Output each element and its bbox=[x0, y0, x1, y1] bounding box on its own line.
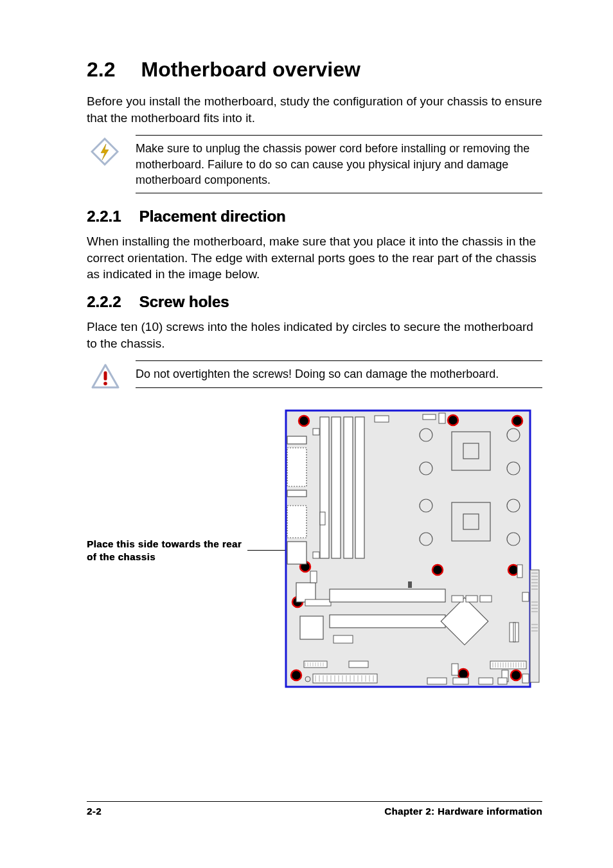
svg-rect-35 bbox=[320, 417, 329, 558]
svg-rect-61 bbox=[330, 615, 445, 628]
svg-rect-62 bbox=[408, 581, 412, 588]
svg-rect-59 bbox=[305, 599, 331, 606]
sub2-title: Screw holes bbox=[139, 293, 229, 310]
icon-column bbox=[91, 360, 136, 390]
svg-rect-99 bbox=[427, 678, 447, 684]
svg-rect-58 bbox=[517, 565, 522, 578]
svg-point-20 bbox=[512, 416, 522, 426]
caution-callout: Do not overtighten the screws! Doing so … bbox=[87, 360, 542, 390]
svg-point-27 bbox=[511, 670, 521, 680]
sub2-number: 2.2.2 bbox=[87, 293, 121, 311]
svg-rect-42 bbox=[439, 413, 445, 423]
svg-rect-39 bbox=[313, 429, 319, 435]
svg-rect-4 bbox=[530, 570, 539, 682]
svg-rect-30 bbox=[287, 490, 306, 497]
svg-rect-118 bbox=[498, 678, 507, 684]
svg-rect-41 bbox=[423, 414, 436, 420]
caution-icon bbox=[91, 363, 120, 390]
page-footer: 2-2 Chapter 2: Hardware information bbox=[87, 801, 542, 817]
chapter-label: Chapter 2: Hardware information bbox=[384, 806, 542, 817]
svg-rect-64 bbox=[452, 596, 463, 602]
section-title-text: Motherboard overview bbox=[141, 58, 360, 81]
svg-rect-69 bbox=[513, 623, 515, 642]
lightning-icon bbox=[91, 137, 119, 166]
intro-paragraph: Before you install the motherboard, stud… bbox=[87, 93, 542, 126]
svg-rect-36 bbox=[332, 417, 341, 558]
subsection-heading-1: 2.2.1Placement direction bbox=[87, 208, 542, 226]
svg-rect-81 bbox=[313, 674, 377, 683]
power-warning-text: Make sure to unplug the chassis power co… bbox=[136, 135, 542, 193]
icon-column bbox=[91, 135, 136, 166]
svg-rect-38 bbox=[355, 417, 364, 558]
svg-rect-56 bbox=[313, 552, 319, 558]
motherboard-diagram-area: Place this side towards the rear of the … bbox=[87, 409, 542, 691]
svg-rect-34 bbox=[300, 616, 323, 639]
svg-rect-29 bbox=[287, 448, 306, 486]
svg-rect-32 bbox=[287, 542, 306, 564]
sub1-body: When installing the motherboard, make su… bbox=[87, 233, 542, 283]
svg-point-22 bbox=[432, 565, 443, 575]
sub2-body: Place ten (10) screws into the holes ind… bbox=[87, 319, 542, 351]
svg-point-2 bbox=[103, 382, 107, 386]
svg-rect-100 bbox=[452, 664, 458, 675]
svg-rect-67 bbox=[522, 592, 529, 601]
power-warning-callout: Make sure to unplug the chassis power co… bbox=[87, 135, 542, 193]
svg-rect-66 bbox=[480, 596, 492, 602]
motherboard-diagram bbox=[285, 409, 542, 691]
section-number: 2.2 bbox=[87, 58, 115, 82]
svg-rect-102 bbox=[479, 678, 493, 684]
caution-text: Do not overtighten the screws! Doing so … bbox=[136, 360, 542, 387]
svg-rect-28 bbox=[287, 436, 306, 444]
svg-rect-57 bbox=[310, 571, 317, 583]
svg-point-19 bbox=[448, 415, 458, 425]
svg-rect-80 bbox=[349, 661, 368, 668]
sub1-number: 2.2.1 bbox=[87, 208, 121, 226]
leader-line bbox=[247, 550, 286, 551]
svg-point-25 bbox=[291, 670, 301, 680]
subsection-heading-2: 2.2.2Screw holes bbox=[87, 293, 542, 311]
svg-rect-60 bbox=[330, 589, 445, 602]
svg-point-18 bbox=[299, 416, 309, 426]
diagram-rear-label: Place this side towards the rear of the … bbox=[87, 538, 247, 564]
section-heading: 2.2Motherboard overview bbox=[87, 58, 542, 82]
svg-rect-70 bbox=[333, 635, 353, 643]
svg-rect-65 bbox=[466, 596, 477, 602]
sub1-title: Placement direction bbox=[139, 208, 285, 225]
manual-page: 2.2Motherboard overview Before you insta… bbox=[0, 0, 613, 868]
svg-rect-55 bbox=[320, 512, 325, 525]
svg-rect-37 bbox=[344, 417, 353, 558]
page-number: 2-2 bbox=[87, 806, 102, 817]
svg-rect-119 bbox=[522, 674, 529, 683]
svg-rect-101 bbox=[453, 678, 468, 684]
svg-rect-31 bbox=[287, 506, 306, 538]
svg-rect-1 bbox=[104, 371, 107, 380]
svg-rect-40 bbox=[375, 416, 389, 422]
